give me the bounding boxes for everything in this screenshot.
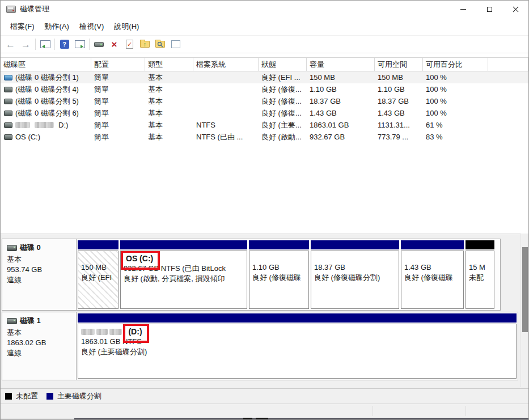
volume-name: OS (C:) [15,131,40,143]
vertical-scrollbar[interactable] [520,234,528,387]
checklist-icon [171,40,180,48]
partition-unallocated[interactable]: 15 M 未配 [465,240,494,309]
disk-status: 連線 [7,275,73,285]
partition-efi[interactable]: 150 MB 良好 (EFI [78,240,119,309]
volume-name: (磁碟 0 磁碟分割 1) [15,71,79,83]
statusbar-divider [373,406,373,416]
disk-status: 連線 [7,348,73,358]
disk-0-panel[interactable]: 磁碟 0 基本 953.74 GB 連線 [2,239,77,310]
disk-0-partitions: 150 MB 良好 (EFI OS (C:) 932.67 GB NTFS (已… [77,239,500,310]
redacted-label [35,122,54,128]
properties-button[interactable] [168,37,183,52]
extend-volume-button[interactable]: ↑ [137,37,153,52]
annotation-box-d: (D:) [123,324,149,343]
taskbar-sliver [1,418,528,420]
volume-table-header: 磁碟區 配置 類型 檔案系統 狀態 容量 可用空間 可用百分比 [1,57,528,71]
disk-1-panel[interactable]: 磁碟 1 基本 1863.02 GB 連線 [2,312,77,380]
graphical-view-pane: 磁碟 0 基本 953.74 GB 連線 150 MB 良好 (EFI [1,234,528,388]
partition-color-bar [401,240,464,249]
minimize-icon [460,9,466,10]
primary-partition-swatch [46,393,53,400]
disk-icon [7,318,17,324]
table-row[interactable]: (磁碟 0 磁碟分割 5) 簡單 基本 良好 (修復... 18.37 GB 1… [1,95,528,107]
legend-bar: 未配置 主要磁碟分割 [1,388,528,404]
toolbar-separator [35,39,36,50]
minimize-button[interactable] [450,1,476,18]
volume-name: (磁碟 0 磁碟分割 5) [15,95,79,107]
title-bar: 磁碟管理 [1,1,528,18]
folder-search-icon [155,41,165,48]
partition-recovery-1[interactable]: 1.10 GB 良好 (修復磁碟 [249,240,309,309]
partition-color-bar [311,240,399,249]
partition-recovery-3[interactable]: 1.43 GB 良好 (修復磁碟 [401,240,464,309]
scrollbar-thumb[interactable] [522,247,528,332]
column-header-free[interactable]: 可用空間 [375,58,423,71]
column-header-percent[interactable]: 可用百分比 [423,58,488,71]
partition-d[interactable]: (D:) 1863.01 GB NTFS 良好 (主要磁碟分割) [78,313,517,379]
disk-0-row: 磁碟 0 基本 953.74 GB 連線 150 MB 良好 (EFI [2,239,501,311]
back-button[interactable]: ← [3,37,18,52]
unallocated-swatch [5,393,12,400]
forward-arrow-icon: → [21,40,31,49]
check-document-icon: ✓ [126,40,133,49]
column-header-type[interactable]: 類型 [145,58,193,71]
menu-file[interactable]: 檔案(F) [5,19,40,34]
disk-type: 基本 [7,328,73,338]
partition-recovery-2[interactable]: 18.37 GB 良好 (修復磁碟分割) [311,240,399,309]
partition-color-bar [249,240,309,249]
menu-help[interactable]: 說明(H) [109,19,144,34]
primary-partition-label: 主要磁碟分割 [57,391,101,401]
console-tree-icon [40,40,50,48]
redacted-label [109,329,122,335]
disk-label: 磁碟 0 [20,243,41,253]
table-row[interactable]: D:) 簡單 基本 NTFS 良好 (主要... 1863.01 GB 1131… [1,119,528,131]
help-button[interactable]: ? [57,37,72,52]
table-row[interactable]: (磁碟 0 磁碟分割 6) 簡單 基本 良好 (修復... 1.43 GB 1.… [1,107,528,119]
redacted-label [96,329,108,335]
delete-x-icon: × [112,40,117,49]
show-console-tree-button[interactable] [37,37,53,52]
delete-volume-button[interactable]: × [107,37,122,52]
partition-color-bar [120,240,247,249]
back-arrow-icon: ← [6,40,15,49]
status-bar [1,404,528,418]
volume-icon [4,99,12,104]
redacted-label [15,122,30,128]
forward-button[interactable]: → [18,37,33,52]
disk-management-window: 磁碟管理 檔案(F) 動作(A) 檢視(V) 說明(H) ← → ? × ✓ ↑ [0,0,529,420]
partition-color-bar [78,240,119,249]
table-row[interactable]: (磁碟 0 磁碟分割 4) 簡單 基本 良好 (修復... 1.10 GB 1.… [1,83,528,95]
partition-os-c[interactable]: OS (C:) 932.67 GB NTFS (已由 BitLock 良好 (啟… [120,240,247,309]
close-button[interactable] [502,1,528,18]
annotation-box-os-c: OS (C:) [121,251,160,270]
column-header-filler [488,58,528,71]
column-header-filesystem[interactable]: 檔案系統 [193,58,259,71]
rescan-disks-button[interactable] [91,37,107,52]
partition-title: OS (C:) [126,254,153,263]
show-action-pane-button[interactable] [72,37,87,52]
column-header-capacity[interactable]: 容量 [307,58,375,71]
toolbar: ← → ? × ✓ ↑ [1,36,528,53]
unallocated-label: 未配置 [16,391,38,401]
menu-action[interactable]: 動作(A) [40,19,74,34]
volume-list-pane: 磁碟區 配置 類型 檔案系統 狀態 容量 可用空間 可用百分比 (磁碟 0 磁碟… [1,53,528,234]
app-icon [6,6,16,13]
disk-icon [7,245,17,251]
explore-button[interactable] [153,37,168,52]
partition-color-bar [465,240,494,249]
menu-view[interactable]: 檢視(V) [74,19,109,34]
column-header-status[interactable]: 狀態 [259,58,307,71]
column-header-layout[interactable]: 配置 [91,58,145,71]
partition-title: (D:) [128,327,142,336]
column-header-volume[interactable]: 磁碟區 [1,58,91,71]
maximize-button[interactable] [476,1,502,18]
maximize-icon [487,7,492,12]
disk-device-icon [94,42,104,47]
mark-partition-button[interactable]: ✓ [122,37,137,52]
table-row[interactable]: OS (C:) 簡單 基本 NTFS (已由 ... 良好 (啟動... 932… [1,131,528,143]
volume-name: D:) [58,119,68,131]
help-icon: ? [60,40,69,49]
disk-size: 953.74 GB [7,265,73,275]
redacted-label [81,329,95,335]
table-row[interactable]: (磁碟 0 磁碟分割 1) 簡單 基本 良好 (EFI ... 150 MB 1… [1,71,528,83]
